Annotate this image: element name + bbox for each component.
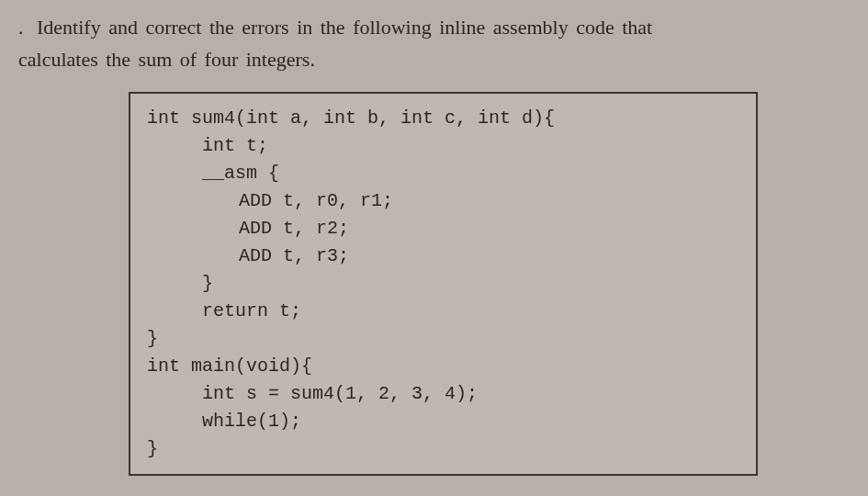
code-line: ADD t, r0, r1; <box>147 187 739 215</box>
code-line: } <box>147 270 739 298</box>
code-line: } <box>147 325 739 353</box>
code-line: return t; <box>147 298 739 325</box>
code-line: ADD t, r2; <box>147 215 739 242</box>
code-line: int main(void){ <box>147 353 739 380</box>
code-line: } <box>147 435 739 463</box>
code-line: int s = sum4(1, 2, 3, 4); <box>147 380 739 408</box>
code-listing: int sum4(int a, int b, int c, int d){ in… <box>129 92 758 476</box>
code-line: __asm { <box>147 160 739 187</box>
question-line2: calculates the sum of four integers. <box>18 48 315 71</box>
question-text: . Identify and correct the errors in the… <box>18 11 831 75</box>
code-line: int t; <box>147 132 739 160</box>
code-line: int sum4(int a, int b, int c, int d){ <box>147 105 739 132</box>
question-number: . <box>18 16 24 39</box>
question-line1: Identify and correct the errors in the f… <box>37 16 652 39</box>
code-line: ADD t, r3; <box>147 242 739 270</box>
code-line: while(1); <box>147 408 739 435</box>
